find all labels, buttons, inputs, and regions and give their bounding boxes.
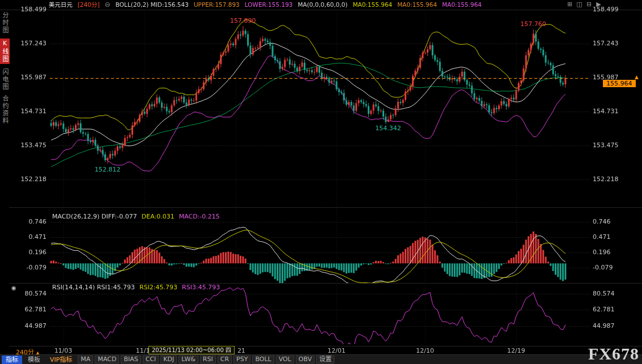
time-axis-label: 12/10: [416, 347, 434, 354]
price-scale-label: 154.731: [593, 108, 619, 115]
ma0-value-3: MA0:155.964: [442, 0, 482, 10]
btn-ma[interactable]: MA: [78, 356, 93, 363]
price-scale-label: 153.475: [593, 142, 619, 149]
btn-kdj[interactable]: KDJ: [160, 356, 177, 363]
price-scale-label: 152.218: [19, 176, 46, 183]
boll-lower-label: LOWER:155.193: [245, 0, 293, 10]
tab-kline-chart[interactable]: K线图: [0, 38, 10, 64]
macd-scale-label: 0.746: [593, 219, 611, 225]
zoom-out-icon[interactable]: ⊖: [105, 0, 110, 10]
time-axis-label: 11/1: [136, 347, 150, 354]
boll-indicator-label: BOLL(20,2) MID:156.543: [116, 0, 189, 10]
rsi-scale-label: 62.781: [19, 306, 46, 313]
btn-psy[interactable]: PSY: [233, 356, 250, 363]
macd-value-label: MACD:-0.215: [179, 213, 220, 220]
btn-vol[interactable]: VOL: [276, 356, 294, 363]
layout-next-icon[interactable]: ▶: [595, 1, 602, 8]
price-annotation: 152.812: [95, 166, 121, 173]
rsi2-label: RSI2:45.793: [139, 284, 177, 291]
layout-split-vertical-icon[interactable]: ◫: [576, 1, 583, 8]
chart-header: 美元日元 [240分] ⊖ BOLL(20,2) MID:156.543 UPP…: [49, 0, 482, 10]
period-tag: [240分]: [78, 0, 100, 10]
ma0-value-1: MA0:155.964: [352, 0, 392, 10]
macd-dea-label: DEA:0.031: [142, 213, 175, 220]
boll-upper-label: UPPER:157.893: [194, 0, 240, 10]
price-scale-label: 152.218: [593, 176, 619, 183]
current-price-arrow-icon: ▲: [635, 74, 639, 80]
btn-bias[interactable]: BIAS: [121, 356, 141, 363]
btn-rsi[interactable]: RSI: [200, 356, 216, 363]
symbol-title: 美元日元: [49, 0, 73, 10]
price-scale-label: 154.731: [19, 108, 46, 115]
tab-flash-chart[interactable]: 闪电图: [0, 68, 9, 91]
price-scale-label: 153.475: [19, 142, 46, 149]
macd-scale-label: 0.471: [19, 234, 46, 241]
ma0-value-2: MA0:155.964: [397, 0, 437, 10]
bottom-toolbar: 指标模板VIP指标MAMACDBIASCCIKDJLW&RSICRPSYBOLL…: [0, 354, 642, 364]
tab-time-chart[interactable]: 分时图: [0, 12, 9, 34]
rsi-scale-label: 80.574: [593, 290, 615, 297]
macd-title: MACD(26,12,9) DIFF:-0.077: [52, 213, 137, 220]
time-axis: 240分 ▲ 2025/11/13 02:00~06:00 四 11/0311/…: [0, 346, 642, 355]
macd-scale-label: -0.079: [593, 264, 613, 271]
tab-contract-info[interactable]: 合约资料: [0, 95, 9, 125]
btn-lwr[interactable]: LW&: [178, 356, 198, 363]
price-scale-label: 155.987: [19, 74, 46, 81]
macd-header: MACD(26,12,9) DIFF:-0.077 DEA:0.031 MACD…: [52, 213, 220, 220]
rsi-scale-label: 80.574: [19, 290, 46, 297]
price-scale-label: 158.499: [19, 6, 46, 13]
btn-obv[interactable]: OBV: [296, 356, 314, 363]
macd-scale-label: -0.079: [19, 264, 46, 271]
rsi-scale-label: 44.987: [593, 323, 615, 329]
btn-boll[interactable]: BOLL: [252, 356, 274, 363]
time-axis-label: 21: [237, 347, 245, 354]
layout-grid-icon[interactable]: ⊞: [566, 1, 573, 8]
ma-indicator-label: MA(0,0,0,60,0,0): [298, 0, 348, 10]
sidebar: 分时图K线图闪电图合约资料: [0, 10, 9, 355]
tab-indicators[interactable]: 指标: [2, 356, 22, 364]
crosshair-tooltip: 2025/11/13 02:00~06:00 四: [148, 346, 235, 354]
current-price-tag: 155.964: [603, 80, 636, 87]
time-axis-label: 11/03: [54, 347, 73, 354]
macd-scale-label: 0.746: [19, 219, 46, 225]
layout-icon-group: ⊞◫⊟▶: [566, 1, 602, 8]
price-scale-label: 157.243: [19, 40, 46, 47]
layout-split-horizontal-icon[interactable]: ⊟: [585, 1, 593, 8]
price-annotation: 157.890: [230, 17, 256, 24]
app-root: 美元日元 [240分] ⊖ BOLL(20,2) MID:156.543 UPP…: [0, 0, 642, 364]
price-chart-canvas[interactable]: [0, 0, 642, 364]
rsi3-label: RSI3:45.793: [182, 284, 220, 291]
time-axis-label: 12/01: [328, 347, 346, 354]
tab-template[interactable]: 模板: [24, 356, 44, 364]
time-axis-label: 12/19: [507, 347, 525, 354]
macd-scale-label: 0.471: [593, 234, 611, 241]
btn-cr[interactable]: CR: [218, 356, 232, 363]
tab-vip-indicators[interactable]: VIP指标: [46, 356, 76, 364]
watermark: FX678: [588, 344, 639, 363]
rsi-scale-label: 62.781: [593, 306, 615, 313]
price-annotation: 154.342: [375, 125, 401, 132]
macd-scale-label: 0.196: [19, 249, 46, 256]
btn-settings[interactable]: 设置: [316, 356, 334, 363]
btn-cci[interactable]: CCI: [143, 356, 159, 363]
rsi-scale-label: 44.987: [19, 323, 46, 329]
panel-marker-icon[interactable]: ◉: [11, 285, 16, 291]
rsi-title: RSI(14,14,14) RSI1:45.793: [52, 284, 135, 291]
price-annotation: 157.760: [520, 20, 546, 28]
macd-scale-label: 0.196: [593, 249, 611, 256]
btn-macd[interactable]: MACD: [95, 356, 119, 363]
price-scale-label: 157.243: [593, 40, 619, 47]
rsi-header: RSI(14,14,14) RSI1:45.793 RSI2:45.793 RS…: [52, 284, 220, 291]
